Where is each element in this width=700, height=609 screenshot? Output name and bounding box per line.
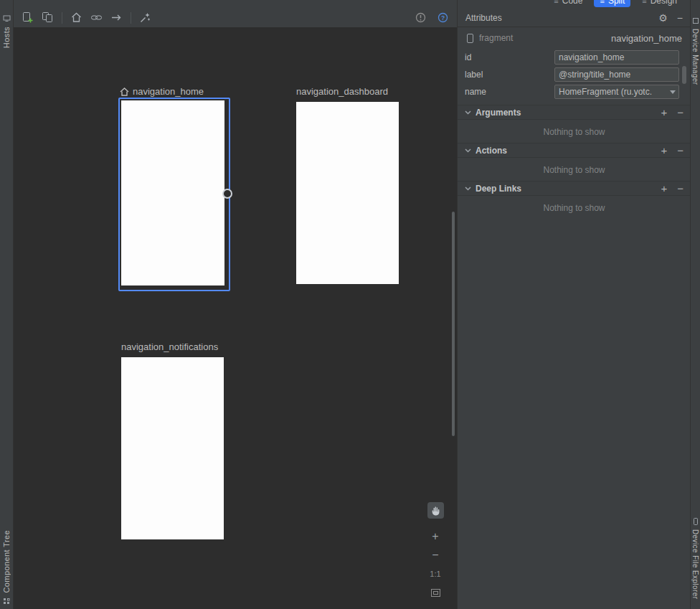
remove-action-row-button[interactable]: − [677,145,684,156]
name-field-dropdown[interactable]: HomeFragment (ru.yotc. [554,85,679,99]
selected-component-row: fragment navigation_home [458,32,691,44]
label-field-input[interactable] [554,67,679,82]
zoom-in-glyph: + [432,530,438,543]
deep-links-section-title: Deep Links [476,184,521,194]
attributes-panel: Attributes ⚙ − fragment navigation_home … [457,0,691,609]
assign-start-destination-button[interactable] [68,10,85,26]
label-field-label: label [465,70,554,80]
auto-arrange-button[interactable] [137,10,153,26]
deep-link-button[interactable] [88,10,105,26]
field-row-id: id [458,50,691,65]
section-arguments-header[interactable]: Arguments + − [458,105,691,120]
deep-links-empty-text: Nothing to show [458,203,691,213]
editor-view-mode-tabs: ≡ Code ≡ Split ≡ Design [548,0,683,8]
zoom-to-fit-button[interactable] [429,586,442,599]
split-view-icon: ≡ [600,0,604,5]
deep-links-section-actions: + − [661,183,684,194]
nested-graph-button[interactable] [39,10,56,26]
tab-code-label: Code [562,0,583,6]
gear-icon[interactable]: ⚙ [658,13,668,23]
id-field-input[interactable] [554,50,679,65]
help-icon: ? [438,12,448,23]
section-actions-header[interactable]: Actions + − [458,143,691,158]
canvas-vertical-scrollbar[interactable] [452,212,455,436]
id-field-label: id [465,52,554,62]
component-type-label: fragment [479,33,513,43]
fragment-dashboard-card[interactable] [296,102,399,284]
navigation-graph-canvas[interactable]: navigation_home navigation_dashboard nav… [14,27,457,609]
add-argument-button[interactable]: + [661,107,667,118]
hide-panel-button[interactable]: − [677,13,683,23]
toolbar-right-group: ? [412,10,451,26]
home-icon [70,11,82,24]
help-button[interactable]: ? [435,10,451,26]
fragment-home-card[interactable] [121,100,224,285]
attributes-panel-header: Attributes ⚙ − [458,9,691,27]
chevron-down-icon [666,85,678,98]
pan-tool-button[interactable] [427,502,444,519]
arguments-section-title: Arguments [476,108,521,118]
fragment-dashboard-label-text: navigation_dashboard [296,86,388,97]
device-file-explorer-label: Device File Explorer [691,529,699,599]
arguments-section-actions: + − [661,107,684,118]
tool-window-device-file-explorer[interactable]: Device File Explorer [691,518,700,599]
nested-graph-icon [42,11,54,24]
hand-icon [431,506,440,516]
tab-design[interactable]: ≡ Design [636,0,683,7]
component-tree-icon [3,598,11,605]
tool-window-hosts[interactable]: Hosts [0,14,13,48]
zoom-out-button[interactable]: − [429,549,442,562]
zoom-to-fit-icon [430,587,441,598]
tool-window-device-manager[interactable]: Device Manager [691,17,700,85]
remove-argument-button[interactable]: − [677,107,684,118]
error-indicator-icon [415,12,426,23]
new-destination-icon [22,11,34,24]
add-action-row-button[interactable]: + [661,145,667,156]
zoom-ratio-indicator[interactable]: 1:1 [429,567,442,580]
component-tree-label: Component Tree [2,530,11,593]
design-view-icon: ≡ [642,0,646,5]
navigation-editor-window: ≡ Code ≡ Split ≡ Design Hosts Component … [0,0,700,609]
chevron-down-icon [465,187,471,191]
fragment-notifications-card[interactable] [121,357,224,539]
fragment-home-label-text: navigation_home [133,86,204,97]
new-destination-button[interactable] [19,10,36,26]
right-tool-stripe: Device Manager Device File Explorer [690,0,700,609]
zoom-in-button[interactable]: + [429,530,442,543]
component-id-value: navigation_home [611,33,682,44]
actions-empty-text: Nothing to show [458,165,691,175]
fragment-dashboard-label: navigation_dashboard [296,86,388,97]
tool-window-component-tree[interactable]: Component Tree [0,530,13,605]
add-deep-link-button[interactable]: + [661,183,667,194]
attributes-title: Attributes [465,13,502,23]
attributes-panel-scrollbar[interactable] [682,66,686,84]
field-row-name: name HomeFragment (ru.yotc. [458,85,691,99]
tab-code[interactable]: ≡ Code [548,0,588,7]
add-action-button[interactable] [108,10,125,26]
toolbar-separator [62,12,62,24]
tab-split[interactable]: ≡ Split [594,0,630,7]
section-deep-links-header[interactable]: Deep Links + − [458,181,691,196]
hosts-label: Hosts [2,27,11,48]
name-field-label: name [465,87,554,97]
tab-split-label: Split [608,0,625,6]
issue-indicator-button[interactable] [412,10,429,26]
auto-arrange-icon [139,11,151,24]
attributes-header-actions: ⚙ − [658,13,683,23]
device-manager-icon [692,17,699,24]
device-manager-label: Device Manager [691,29,699,85]
device-file-explorer-icon [692,518,699,525]
fragment-home-label: navigation_home [120,86,204,97]
tab-design-label: Design [651,0,677,6]
hosts-icon [3,14,11,22]
zoom-out-glyph: − [432,549,438,562]
navigation-editor-toolbar: ? [14,8,457,27]
left-tool-stripe: Hosts Component Tree [0,0,14,609]
actions-section-title: Actions [476,146,507,156]
code-view-icon: ≡ [554,0,558,5]
name-field-value: HomeFragment (ru.yotc. [555,87,666,97]
chevron-down-icon [465,148,471,153]
start-destination-home-icon [120,88,129,96]
action-handle[interactable] [222,189,232,199]
remove-deep-link-button[interactable]: − [677,183,684,194]
